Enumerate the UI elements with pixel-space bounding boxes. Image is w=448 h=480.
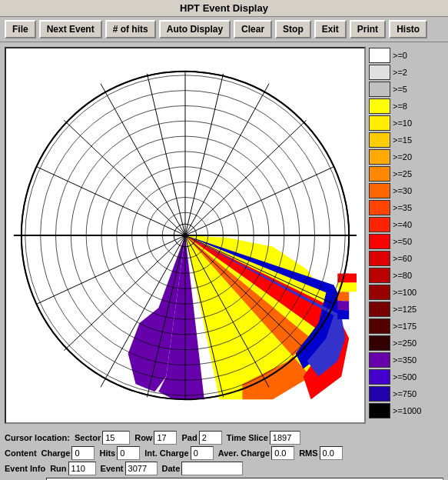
legend-item-21: >=1000 <box>369 402 424 419</box>
legend-color-9 <box>369 200 390 215</box>
legend-color-2 <box>369 82 390 97</box>
main-area: >=0 >=2 >=5 >=8 >=10 >=15 >=20 >=25 <box>0 42 448 428</box>
legend-item-5: >=15 <box>369 132 424 148</box>
next-event-button[interactable]: Next Event <box>39 20 102 38</box>
int-charge-value: 0 <box>194 448 198 458</box>
row-value-field: 17 <box>154 431 177 445</box>
file-button[interactable]: File <box>5 20 36 38</box>
event-value-field: 3077 <box>125 462 158 475</box>
legend-item-10: >=40 <box>369 216 424 233</box>
cursor-location-row: Cursor location: Sector 15 Row 17 Pad 2 … <box>5 430 443 445</box>
legend-item-16: >=175 <box>369 318 424 335</box>
legend-label-18: >=350 <box>393 355 416 365</box>
toolbar: File Next Event # of hits Auto Display C… <box>0 17 448 42</box>
pad-label: Pad <box>181 433 197 442</box>
legend-color-12 <box>369 251 390 266</box>
int-charge-value-field: 0 <box>191 446 214 460</box>
sector-label: Sector <box>75 433 101 442</box>
svg-rect-31 <box>337 301 349 310</box>
row-label: Row <box>134 433 152 442</box>
date-value-field <box>181 462 243 475</box>
num-hits-button[interactable]: # of hits <box>105 20 156 38</box>
legend-color-6 <box>369 149 390 165</box>
time-slice-label: Time Slice <box>227 433 268 442</box>
cursor-location-label: Cursor location: <box>5 433 70 442</box>
legend-item-20: >=750 <box>369 385 424 402</box>
legend-label-9: >=35 <box>393 203 412 212</box>
aver-charge-value-field: 0.0 <box>271 446 294 460</box>
event-info-row: Event Info Run 110 Event 3077 Date <box>5 461 443 476</box>
time-slice-value-field: 1897 <box>270 431 300 445</box>
legend-label-10: >=40 <box>393 220 412 229</box>
hpt-display-canvas <box>5 47 366 424</box>
legend-label-2: >=5 <box>393 85 407 94</box>
aver-charge-label: Aver. Charge <box>218 448 270 458</box>
legend-color-1 <box>369 65 390 80</box>
legend-color-10 <box>369 217 390 232</box>
aver-charge-value: 0.0 <box>274 448 286 458</box>
print-button[interactable]: Print <box>350 20 386 38</box>
legend-item-15: >=125 <box>369 301 424 318</box>
legend-label-6: >=20 <box>393 152 412 162</box>
legend-color-3 <box>369 98 390 114</box>
charge-label: Charge <box>41 448 71 458</box>
event-value: 3077 <box>128 464 147 473</box>
legend-item-8: >=30 <box>369 182 424 199</box>
legend-color-14 <box>369 285 390 300</box>
legend-label-16: >=175 <box>393 322 416 331</box>
rms-label: RMS <box>299 448 317 458</box>
rms-value-field: 0.0 <box>320 446 343 460</box>
run-label: Run <box>50 464 66 473</box>
int-charge-label: Int. Charge <box>144 448 188 458</box>
legend-color-0 <box>369 48 390 63</box>
legend-color-21 <box>369 403 390 418</box>
content-row: Content Charge 0 Hits 0 Int. Charge 0 Av… <box>5 445 443 461</box>
legend-label-0: >=0 <box>393 51 407 60</box>
legend-item-14: >=100 <box>369 284 424 301</box>
legend-color-17 <box>369 335 390 351</box>
legend-label-4: >=10 <box>393 118 412 128</box>
time-slice-value: 1897 <box>273 433 291 442</box>
legend-color-4 <box>369 115 390 131</box>
auto-display-button[interactable]: Auto Display <box>159 20 231 38</box>
event-label: Event <box>101 464 124 473</box>
window-title: HPT Event Display <box>180 2 268 14</box>
run-value: 110 <box>71 464 85 473</box>
legend-color-19 <box>369 369 390 385</box>
legend-item-6: >=20 <box>369 148 424 165</box>
legend-item-1: >=2 <box>369 64 424 81</box>
legend-color-16 <box>369 318 390 334</box>
legend-label-21: >=1000 <box>393 406 421 415</box>
legend-label-7: >=25 <box>393 169 412 178</box>
legend-color-8 <box>369 183 390 198</box>
run-value-field: 110 <box>68 462 96 475</box>
title-bar: HPT Event Display <box>0 0 448 17</box>
legend-item-7: >=25 <box>369 165 424 182</box>
exit-button[interactable]: Exit <box>314 20 347 38</box>
legend-area: >=0 >=2 >=5 >=8 >=10 >=15 >=20 >=25 <box>369 47 424 424</box>
legend-label-17: >=250 <box>393 338 416 348</box>
histo-button[interactable]: Histo <box>389 20 427 38</box>
date-label: Date <box>162 464 181 473</box>
event-info-label: Event Info <box>5 464 45 473</box>
legend-item-3: >=8 <box>369 98 424 115</box>
legend-item-19: >=500 <box>369 368 424 385</box>
legend-label-11: >=50 <box>393 237 412 246</box>
rms-value: 0.0 <box>323 448 334 458</box>
pad-value-field: 2 <box>199 431 222 445</box>
svg-rect-33 <box>345 274 357 283</box>
legend-label-15: >=125 <box>393 305 416 314</box>
legend-label-5: >=15 <box>393 135 412 145</box>
clear-button[interactable]: Clear <box>234 20 272 38</box>
legend-item-11: >=50 <box>369 233 424 250</box>
legend-item-17: >=250 <box>369 335 424 352</box>
stop-button[interactable]: Stop <box>275 20 311 38</box>
sector-value-field: 15 <box>102 431 130 445</box>
legend-item-13: >=80 <box>369 267 424 284</box>
pad-value: 2 <box>202 433 207 442</box>
legend-color-13 <box>369 268 390 283</box>
svg-rect-32 <box>337 310 349 319</box>
hits-label: Hits <box>99 448 115 458</box>
content-label: Content <box>5 448 37 458</box>
legend-item-18: >=350 <box>369 352 424 368</box>
